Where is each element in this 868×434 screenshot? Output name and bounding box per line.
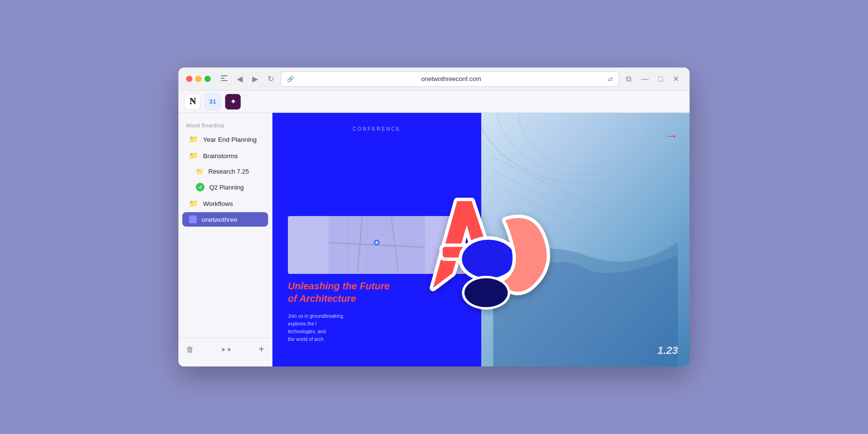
folder-icon: 📁 [196,168,203,175]
minimize-button[interactable] [195,76,202,82]
svg-point-29 [464,278,508,307]
tab-calendar[interactable]: 31 [204,94,221,110]
tab-bar: 𝐍 31 ✦ [178,91,690,113]
conference-body: Join us in groundbreaking explores the l… [288,312,466,343]
svg-rect-2 [221,80,228,81]
refresh-icon: ⇄ [608,76,613,82]
sidebar-item-label: Q2 Planning [209,184,244,191]
lock-icon: 🔗 [287,76,294,82]
sidebar-section-label: Mood Boarding [178,119,272,131]
sidebar-item-brainstorms[interactable]: 📁 Brainstorms [182,148,268,163]
next-arrow-button[interactable]: → [665,128,678,144]
sidebar-item-workflows[interactable]: 📁 Workflows [182,196,268,211]
calendar-icon: 31 [209,98,216,105]
notion-icon: 𝐍 [190,96,196,107]
conference-logo [394,163,568,317]
q2-planning-icon: ↺ [196,183,204,191]
sidebar-item-label: Brainstorms [203,152,238,160]
folder-icon: 📁 [189,199,198,208]
add-tab-button[interactable]: + [258,343,265,356]
folder-icon: 📁 [189,151,198,160]
svg-point-27 [462,240,515,278]
sidebar-item-research[interactable]: 📁 Research 7.25 [189,164,268,178]
sidebar-item-label: Workflows [203,200,233,207]
sidebar-item-label: onetwothree [202,216,237,223]
sidebar-item-year-end-planning[interactable]: 📁 Year End Planning [182,132,268,147]
sidebar-toggle-button[interactable] [218,72,230,86]
maximize-button[interactable] [204,76,211,82]
reload-button[interactable]: ↻ [265,72,277,85]
browser-window: ◀ ▶ ↻ 🔗 onetwothreeconf.com ⇄ ⧉ — □ ✕ 𝐍 … [178,68,690,366]
tab-notion[interactable]: 𝐍 [184,94,201,110]
sidebar-item-onetwothree[interactable]: onetwothree [182,212,268,227]
back-button[interactable]: ◀ [234,72,245,85]
sidebar-bottom-bar: 🗑 + [178,338,272,361]
title-bar: ◀ ▶ ↻ 🔗 onetwothreeconf.com ⇄ ⧉ — □ ✕ [178,68,690,91]
forward-button[interactable]: ▶ [249,72,261,85]
close-button[interactable] [186,76,192,82]
sidebar-item-label: Year End Planning [203,136,257,143]
window-min-button[interactable]: — [638,73,651,85]
address-bar[interactable]: 🔗 onetwothreeconf.com ⇄ [281,71,619,87]
window-close-button[interactable]: ✕ [670,72,682,85]
slack-icon: ✦ [230,97,236,106]
svg-rect-1 [221,78,225,79]
dots-container [222,348,231,351]
conference-label: CONFERENCE [288,126,466,132]
svg-point-20 [518,113,652,166]
dot-2 [228,348,231,351]
sidebar-item-q2-planning[interactable]: ↺ Q2 Planning [189,179,268,195]
sidebar: Mood Boarding 📁 Year End Planning 📁 Brai… [178,113,272,366]
window-restore-button[interactable]: □ [655,73,666,85]
browser-content: CONFERENCE [272,113,690,366]
trash-button[interactable]: 🗑 [185,344,195,355]
window-controls [186,76,211,82]
svg-point-17 [375,241,378,244]
main-content: Mood Boarding 📁 Year End Planning 📁 Brai… [178,113,690,366]
pip-button[interactable]: ⧉ [623,73,634,85]
tab-slack[interactable]: ✦ [225,94,241,110]
sidebar-item-label: Research 7.25 [208,168,249,175]
onetwothree-icon [189,216,197,223]
dot-1 [222,348,225,351]
page-number: 1.23 [657,344,678,357]
url-display: onetwothreeconf.com [298,75,604,82]
folder-icon: 📁 [189,135,198,144]
svg-rect-0 [221,75,228,76]
